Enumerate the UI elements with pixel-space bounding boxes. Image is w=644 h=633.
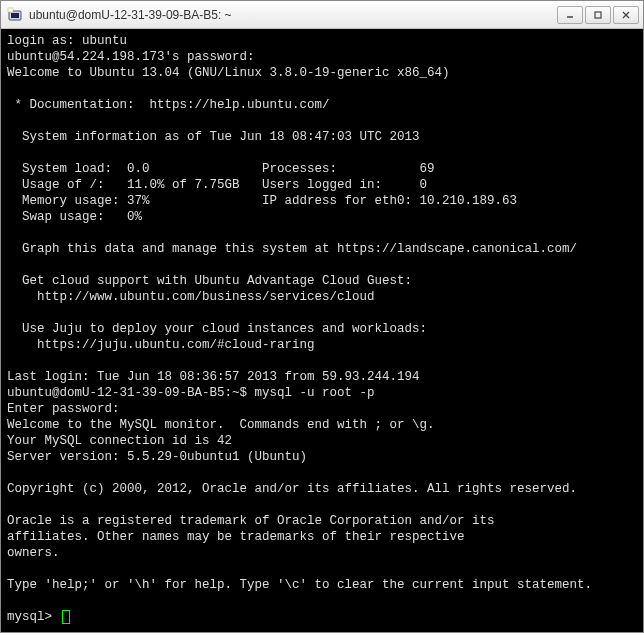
terminal-line: owners. [7,546,60,560]
terminal-line: Your MySQL connection id is 42 [7,434,232,448]
terminal-line: Enter password: [7,402,120,416]
window-controls [557,6,639,24]
svg-rect-4 [595,12,601,18]
svg-rect-1 [11,13,19,18]
terminal-line: login as: ubuntu [7,34,127,48]
terminal-line: Copyright (c) 2000, 2012, Oracle and/or … [7,482,577,496]
terminal-line: Get cloud support with Ubuntu Advantage … [7,274,412,288]
minimize-button[interactable] [557,6,583,24]
maximize-button[interactable] [585,6,611,24]
terminal-line: Swap usage: 0% [7,210,142,224]
window-title: ubuntu@domU-12-31-39-09-BA-B5: ~ [29,8,557,22]
terminal-line: * Documentation: https://help.ubuntu.com… [7,98,330,112]
cursor [62,610,70,624]
terminal-line: Last login: Tue Jun 18 08:36:57 2013 fro… [7,370,420,384]
close-button[interactable] [613,6,639,24]
terminal-line: ubuntu@domU-12-31-39-09-BA-B5:~$ mysql -… [7,386,375,400]
terminal-line: System information as of Tue Jun 18 08:4… [7,130,420,144]
terminal-line: Welcome to Ubuntu 13.04 (GNU/Linux 3.8.0… [7,66,450,80]
terminal-line: Welcome to the MySQL monitor. Commands e… [7,418,435,432]
terminal-output[interactable]: login as: ubuntu ubuntu@54.224.198.173's… [1,29,643,632]
terminal-line: Type 'help;' or '\h' for help. Type '\c'… [7,578,592,592]
terminal-line: ubuntu@54.224.198.173's password: [7,50,255,64]
terminal-line: Graph this data and manage this system a… [7,242,577,256]
terminal-line: Usage of /: 11.0% of 7.75GB Users logged… [7,178,427,192]
terminal-line: System load: 0.0 Processes: 69 [7,162,435,176]
putty-icon [7,7,23,23]
terminal-line: Use Juju to deploy your cloud instances … [7,322,427,336]
terminal-line: Oracle is a registered trademark of Orac… [7,514,495,528]
titlebar[interactable]: ubuntu@domU-12-31-39-09-BA-B5: ~ [1,1,643,29]
terminal-line: Memory usage: 37% IP address for eth0: 1… [7,194,517,208]
terminal-line: https://juju.ubuntu.com/#cloud-raring [7,338,315,352]
terminal-line: Server version: 5.5.29-0ubuntu1 (Ubuntu) [7,450,307,464]
terminal-window: ubuntu@domU-12-31-39-09-BA-B5: ~ login a… [0,0,644,633]
svg-rect-2 [8,8,13,12]
terminal-line: http://www.ubuntu.com/business/services/… [7,290,375,304]
terminal-line: affiliates. Other names may be trademark… [7,530,465,544]
terminal-line: mysql> [7,610,52,624]
